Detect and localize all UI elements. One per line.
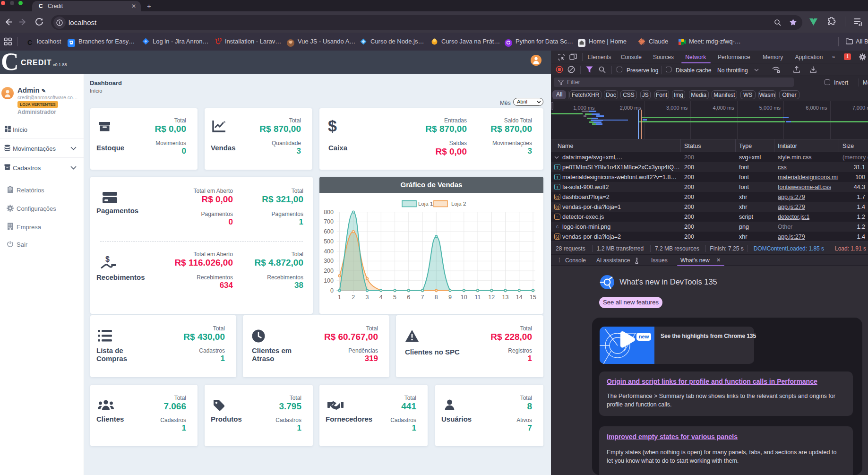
svg-text:10: 10 [461, 294, 467, 301]
svg-text:400: 400 [324, 248, 334, 255]
svg-text:0: 0 [330, 287, 334, 294]
svg-text:8: 8 [435, 294, 438, 301]
svg-text:6: 6 [407, 294, 410, 301]
svg-text:5: 5 [393, 294, 396, 301]
svg-text:100: 100 [324, 277, 334, 284]
svg-text:200: 200 [324, 268, 334, 274]
svg-text:500: 500 [324, 238, 334, 245]
svg-text:4: 4 [379, 294, 383, 301]
svg-text:600: 600 [324, 228, 334, 235]
svg-text:700: 700 [324, 218, 334, 225]
svg-text:9: 9 [448, 294, 452, 301]
svg-text:Loja 2: Loja 2 [451, 201, 466, 207]
svg-text:12: 12 [488, 294, 495, 301]
svg-text:7: 7 [421, 294, 424, 301]
svg-text:1: 1 [338, 294, 341, 301]
svg-text:13: 13 [502, 294, 509, 301]
svg-text:3: 3 [366, 294, 369, 301]
svg-text:11: 11 [475, 294, 481, 301]
svg-text:14: 14 [516, 294, 523, 301]
svg-text:15: 15 [530, 294, 536, 301]
svg-text:2: 2 [352, 294, 355, 301]
svg-text:$: $ [105, 255, 110, 263]
svg-text:300: 300 [324, 258, 334, 264]
svg-text:800: 800 [324, 209, 334, 216]
svg-text:Loja 1: Loja 1 [418, 201, 433, 207]
